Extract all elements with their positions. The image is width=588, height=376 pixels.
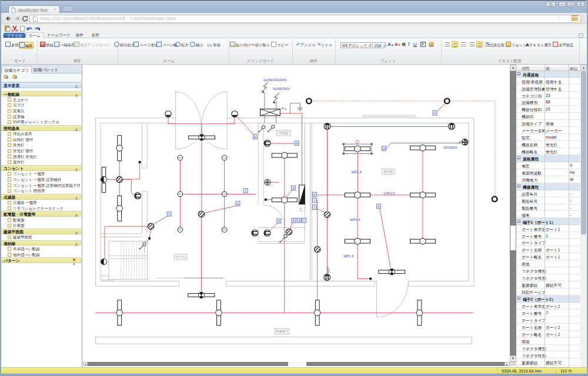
svg-text:12 □□: 12 □□ [102,274,109,277]
svg-text:DL: DL [179,193,182,196]
svg-text:h: h [296,142,298,145]
svg-text:m: m [383,147,385,150]
svg-text:WP1.6: WP1.6 [352,170,362,174]
svg-text:集会所: 集会所 [383,170,393,173]
svg-text:管理室: 管理室 [279,131,289,135]
svg-text:DL: DL [223,193,226,196]
svg-text:b: b [293,219,295,222]
svg-text:DL: DL [223,157,226,159]
svg-text:ホール: ホール [176,255,186,258]
svg-text:共用廊下: 共用廊下 [276,330,289,334]
svg-text:1φ3W100/200V: 1φ3W100/200V [263,78,288,82]
svg-text:j: j [303,219,305,222]
svg-text:WP1.6: WP1.6 [343,254,353,258]
svg-text:e: e [313,193,315,196]
svg-text:20A250V: 20A250V [443,146,457,149]
svg-text:c: c [168,212,170,216]
svg-text:d: d [292,186,294,190]
svg-text:P-L: P-L [282,107,288,110]
svg-text:i: i [245,189,246,193]
svg-text:3φ3W200V: 3φ3W200V [273,87,290,90]
svg-text:h: h [278,219,280,223]
svg-text:k: k [255,135,256,139]
svg-text:WP1.6: WP1.6 [350,218,360,221]
svg-text:EET: EET [326,266,330,273]
svg-text:i: i [314,199,315,202]
svg-text:DL: DL [179,157,182,159]
svg-text:∃: ∃ [459,140,460,144]
svg-text:g: g [298,219,300,222]
svg-text:VVF1.6: VVF1.6 [383,192,395,195]
svg-text:a: a [378,204,380,208]
svg-text:DL: DL [179,229,182,231]
svg-text:n: n [434,111,436,115]
svg-text:DL: DL [223,229,226,231]
svg-text:a: a [237,202,239,206]
svg-text:22.2/20.0: 22.2/20.0 [102,278,114,282]
